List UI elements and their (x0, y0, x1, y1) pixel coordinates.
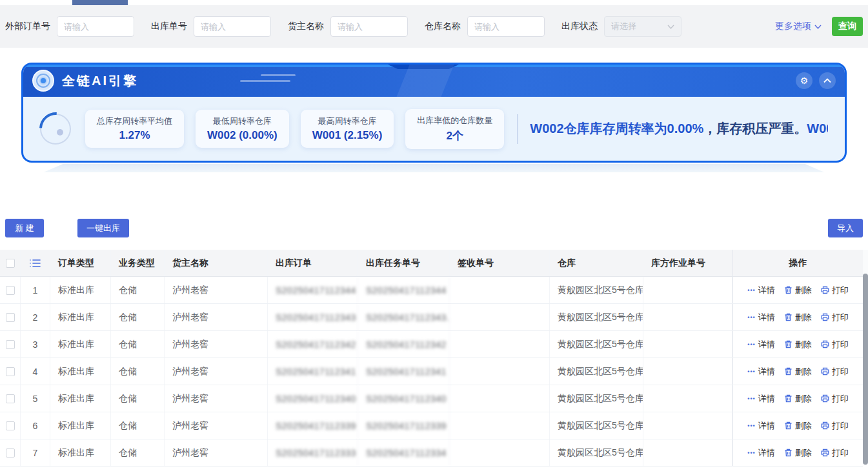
row-index: 5 (21, 385, 50, 412)
cell-op-no (643, 304, 732, 330)
detail-button[interactable]: ••• 详情 (747, 447, 774, 459)
print-button[interactable]: 打印 (821, 285, 849, 296)
row-checkbox[interactable] (6, 448, 15, 458)
stat-label: 最低周转率仓库 (207, 116, 278, 127)
detail-label: 详情 (758, 285, 775, 296)
delete-label: 删除 (795, 393, 812, 405)
cell-task-no-redacted: S20250417112339 (358, 412, 450, 439)
table-row: 5 标准出库 仓储 泸州老窖 S20250417112340 S20250417… (0, 385, 863, 412)
row-checkbox[interactable] (6, 367, 15, 376)
warehouse-name-input[interactable] (467, 16, 545, 37)
print-label: 打印 (832, 339, 849, 350)
settings-gear-icon[interactable]: ⚙ (796, 72, 812, 89)
delete-label: 删除 (795, 420, 812, 432)
external-order-no-input[interactable] (57, 16, 134, 37)
row-checkbox[interactable] (6, 421, 15, 430)
print-button[interactable]: 打印 (821, 420, 849, 432)
table-row: 6 标准出库 仓储 泸州老窖 S20250417112339 S20250417… (0, 412, 863, 439)
trash-icon (784, 448, 792, 457)
delete-button[interactable]: 删除 (784, 312, 812, 323)
print-label: 打印 (832, 312, 849, 323)
ai-engine-title: 全链AI引擎 (62, 72, 138, 90)
list-icon[interactable] (30, 259, 41, 268)
banner-shadow-decoration (44, 164, 825, 172)
row-index: 2 (21, 304, 50, 330)
import-button[interactable]: 导入 (828, 219, 863, 237)
print-button[interactable]: 打印 (821, 312, 849, 323)
delete-button[interactable]: 删除 (784, 393, 812, 405)
print-button[interactable]: 打印 (821, 393, 849, 405)
delete-button[interactable]: 删除 (784, 366, 812, 377)
stat-value: 1.27% (97, 129, 172, 142)
stat-card-lowest-turnover: 最低周转率仓库 W002 (0.00%) (196, 110, 289, 148)
ai-message-part: W002仓库库存周转率为0.00% (530, 121, 703, 136)
row-checkbox[interactable] (6, 286, 15, 295)
ai-message-part: W001仓... (807, 121, 828, 136)
stat-label: 出库率低的仓库数量 (417, 115, 492, 126)
divider (517, 114, 518, 144)
header-line-decoration (240, 80, 290, 82)
detail-button[interactable]: ••• 详情 (747, 366, 774, 377)
cell-order-type: 标准出库 (50, 439, 111, 466)
detail-button[interactable]: ••• 详情 (747, 285, 774, 296)
more-options-link[interactable]: 更多选项 (775, 21, 822, 32)
cell-biz-type: 仓储 (111, 277, 165, 303)
cell-receipt-no (450, 358, 550, 385)
cell-op-no (643, 277, 732, 303)
table-toolbar: 新 建 一键出库 导入 (0, 219, 868, 237)
stat-label: 总库存周转率平均值 (97, 116, 172, 127)
chevron-up-icon (823, 78, 831, 83)
detail-button[interactable]: ••• 详情 (747, 339, 774, 350)
scrollbar-thumb[interactable] (863, 274, 868, 465)
cell-biz-type: 仓储 (111, 439, 165, 466)
cell-receipt-no (450, 439, 550, 466)
row-checkbox[interactable] (6, 313, 15, 322)
collapse-button[interactable] (819, 72, 836, 89)
detail-button[interactable]: ••• 详情 (747, 393, 774, 405)
outbound-order-no-input[interactable] (194, 16, 271, 37)
delete-button[interactable]: 删除 (784, 447, 812, 459)
detail-button[interactable]: ••• 详情 (747, 312, 774, 323)
one-click-outbound-button[interactable]: 一键出库 (77, 219, 129, 237)
print-button[interactable]: 打印 (821, 339, 849, 350)
select-all-checkbox[interactable] (6, 259, 15, 268)
print-button[interactable]: 打印 (821, 366, 849, 377)
cell-order-type: 标准出库 (50, 358, 111, 385)
printer-icon (821, 367, 829, 376)
cell-outbound-order-redacted: S20250417112339 (268, 412, 358, 439)
table-scrollbar[interactable] (863, 250, 868, 465)
delete-button[interactable]: 删除 (784, 285, 812, 296)
cell-op-no (643, 439, 732, 466)
stat-value: W001 (2.15%) (312, 129, 383, 142)
delete-button[interactable]: 删除 (784, 339, 812, 350)
row-checkbox[interactable] (6, 340, 15, 349)
owner-name-input[interactable] (330, 16, 408, 37)
col-actions: 操作 (732, 250, 863, 276)
row-checkbox[interactable] (6, 394, 15, 403)
cell-order-type: 标准出库 (50, 304, 111, 330)
stat-value: W002 (0.00%) (207, 129, 278, 142)
delete-button[interactable]: 删除 (784, 420, 812, 432)
delete-label: 删除 (795, 339, 812, 350)
ai-engine-icon (32, 70, 54, 92)
col-op-no: 库方作业单号 (643, 250, 732, 276)
printer-icon (821, 286, 829, 294)
cell-task-no-redacted: S20250417112334 (358, 439, 450, 466)
chevron-down-icon (814, 25, 822, 29)
cell-receipt-no (450, 412, 550, 439)
cell-outbound-order-redacted: S20250417112342 (268, 331, 358, 357)
cell-task-no-redacted: S20250417112344 (358, 277, 450, 303)
new-button[interactable]: 新 建 (5, 219, 44, 237)
stat-card-low-outbound-count: 出库率低的仓库数量 2个 (405, 109, 504, 149)
cell-op-no (643, 385, 732, 412)
active-tab-remnant[interactable] (72, 0, 128, 5)
outbound-status-select[interactable]: 请选择 (604, 16, 681, 37)
cell-order-type: 标准出库 (50, 385, 111, 412)
filter-bar: 外部订单号 出库单号 货主名称 仓库名称 出库状态 请选择 更多选项 查询 (0, 5, 868, 48)
ellipsis-icon: ••• (747, 341, 755, 348)
cell-outbound-order-redacted: S20250417112341 (268, 358, 358, 385)
print-button[interactable]: 打印 (821, 447, 849, 459)
search-button[interactable]: 查询 (832, 17, 863, 36)
cell-order-type: 标准出库 (50, 412, 111, 439)
detail-button[interactable]: ••• 详情 (747, 420, 774, 432)
